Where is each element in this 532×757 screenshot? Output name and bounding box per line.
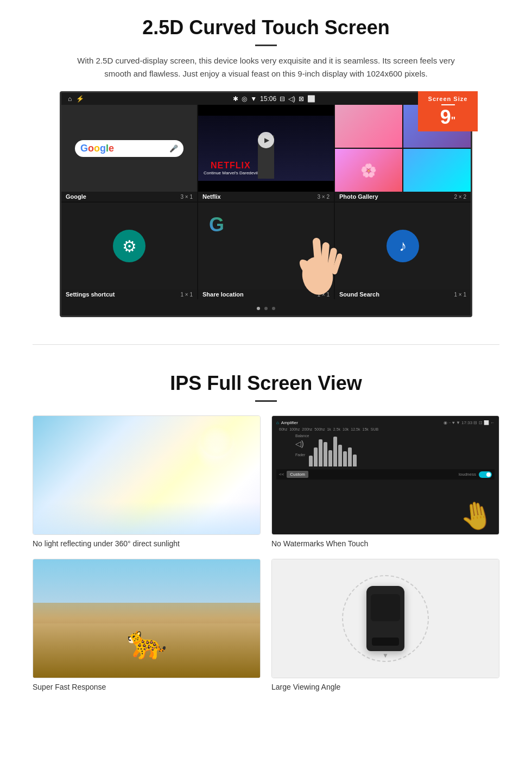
sun-bright — [200, 424, 233, 457]
google-label-row: Google 3 × 1 — [61, 192, 197, 201]
amplifier-image: ⌂ Amplifier ◉ ·· ♥ ▼ 17:33 ⊟ ⊡ ⬜ ← 60hz1… — [272, 416, 499, 534]
bar-6 — [333, 437, 337, 466]
screen-size-badge: Screen Size 9" — [418, 91, 478, 131]
netflix-subtitle: Continue Marvel's Daredevil — [204, 171, 258, 175]
settings-gear-icon: ⚙ — [122, 237, 137, 256]
car-rear — [372, 638, 399, 646]
cheetah-image: 🐆 — [33, 559, 260, 678]
settings-cell-inner: ⚙ — [61, 203, 197, 289]
feature-img-amplifier: ⌂ Amplifier ◉ ·· ♥ ▼ 17:33 ⊟ ⊡ ⬜ ← 60hz1… — [271, 415, 499, 535]
amp-bars — [309, 434, 357, 466]
custom-btn: Custom — [287, 471, 308, 478]
badge-divider — [441, 104, 455, 105]
settings-label-name: Settings shortcut — [66, 291, 115, 298]
section-curved-screen: 2.5D Curved Touch Screen With 2.5D curve… — [0, 0, 532, 328]
bar-4 — [324, 442, 327, 466]
bar-3 — [319, 439, 322, 466]
app-cell-share[interactable]: G — [198, 203, 334, 299]
amplifier-caption: No Watermarks When Touch — [271, 539, 499, 548]
app-cell-sound[interactable]: ♪ Sound Search 1 × 1 — [335, 203, 471, 299]
bar-2 — [314, 447, 318, 466]
sunlight-image — [33, 416, 260, 534]
feature-item-amplifier: ⌂ Amplifier ◉ ·· ♥ ▼ 17:33 ⊟ ⊡ ⬜ ← 60hz1… — [271, 415, 499, 548]
amp-header: ⌂ Amplifier ◉ ·· ♥ ▼ 17:33 ⊟ ⊡ ⬜ ← — [276, 420, 495, 425]
usb-icon: ⚡ — [76, 95, 84, 103]
google-search-bar[interactable]: Google 🎤 — [75, 140, 183, 157]
home-icon: ⌂ — [68, 95, 72, 103]
status-bar: ⌂ ⚡ ✱ ◎ ▼ 15:06 ⊟ ◁) ⊠ ⬜ — [61, 93, 471, 105]
music-note-icon: ♪ — [399, 237, 407, 255]
section2-divider — [255, 400, 277, 402]
share-label-name: Share location — [202, 291, 244, 298]
section1-title: 2.5D Curved Touch Screen — [33, 16, 499, 39]
section-divider — [33, 344, 499, 345]
car-arrow: ▼ — [382, 652, 389, 659]
share-label-size: 1 × 1 — [317, 292, 330, 298]
flower-icon: 🌸 — [360, 163, 377, 178]
app-cell-settings[interactable]: ⚙ Settings shortcut 1 × 1 — [61, 203, 197, 299]
svg-point-5 — [296, 257, 320, 282]
feature-img-sunlight — [33, 415, 261, 535]
status-bar-center: ✱ ◎ ▼ 15:06 ⊟ ◁) ⊠ ⬜ — [233, 95, 315, 103]
section2-title: IPS Full Screen View — [33, 372, 499, 395]
feature-img-car: ▼ — [271, 559, 499, 678]
loudness-toggle[interactable] — [479, 471, 492, 478]
google-logo: Google — [80, 143, 114, 154]
netflix-play-button[interactable] — [258, 132, 274, 148]
sunlight-caption: No light reflecting under 360° direct su… — [33, 539, 261, 548]
pagination-bar — [61, 299, 471, 316]
bar-8 — [343, 451, 347, 466]
app-grid: Google 🎤 Google 3 × 1 — [61, 105, 471, 299]
car-body: ▼ — [366, 586, 404, 651]
cheetah-emoji: 🐆 — [126, 623, 167, 661]
feature-item-sunlight: No light reflecting under 360° direct su… — [33, 415, 261, 548]
amp-freq-labels: 60hz100hz200hz500hz1k2.5k10k12.5k15kSUB — [276, 427, 495, 431]
svg-rect-2 — [320, 242, 330, 273]
gallery-thumb-4 — [403, 149, 471, 192]
camera-icon: ⊟ — [280, 95, 285, 103]
sound-icon-circle: ♪ — [387, 230, 419, 262]
gallery-thumb-1 — [335, 105, 402, 148]
google-maps-g-logo: G — [209, 213, 224, 236]
app-cell-google[interactable]: Google 🎤 Google 3 × 1 — [61, 105, 197, 201]
time-display: 15:06 — [260, 95, 276, 103]
dot-2 — [264, 307, 268, 310]
section-ips-screen: IPS Full Screen View No light reflecting… — [0, 361, 532, 708]
dot-1 — [257, 307, 260, 310]
volume-icon: ◁) — [288, 95, 295, 103]
hand-pointer-icon — [288, 222, 342, 298]
status-bar-left: ⌂ ⚡ — [68, 95, 84, 103]
battery-icon: ⊠ — [299, 95, 304, 103]
car-image: ▼ — [272, 559, 499, 678]
sound-label-row: Sound Search 1 × 1 — [335, 289, 471, 299]
app-cell-netflix[interactable]: NETFLIX Continue Marvel's Daredevil Netf… — [198, 105, 334, 201]
bar-1 — [309, 456, 313, 466]
bar-9 — [348, 447, 352, 466]
netflix-label-row: Netflix 3 × 2 — [198, 192, 334, 201]
gallery-label-name: Photo Gallery — [339, 193, 378, 200]
sound-cell-inner: ♪ — [335, 203, 471, 289]
sky-gradient — [33, 502, 260, 534]
amp-left-labels: Balance ◁) Fader — [295, 434, 309, 457]
bluetooth-icon: ✱ — [233, 95, 238, 103]
netflix-thumb: NETFLIX Continue Marvel's Daredevil — [198, 116, 334, 181]
dot-3 — [272, 307, 275, 310]
feature-item-car: ▼ Large Viewing Angle — [271, 559, 499, 691]
badge-label: Screen Size — [423, 96, 472, 102]
features-grid: No light reflecting under 360° direct su… — [33, 415, 499, 691]
bar-7 — [338, 445, 342, 466]
amp-bars-container: Balance ◁) Fader — [276, 431, 495, 469]
section1-description: With 2.5D curved-display screen, this de… — [76, 54, 456, 80]
feature-img-cheetah: 🐆 — [33, 559, 261, 678]
car-container: ▼ — [272, 559, 499, 678]
settings-icon-circle: ⚙ — [113, 230, 145, 262]
cheetah-caption: Super Fast Response — [33, 683, 261, 691]
netflix-label-name: Netflix — [202, 193, 221, 200]
netflix-logo-overlay: NETFLIX Continue Marvel's Daredevil — [204, 161, 258, 175]
netflix-cell-inner: NETFLIX Continue Marvel's Daredevil — [198, 105, 334, 192]
google-mic-icon: 🎤 — [169, 144, 178, 153]
netflix-logo-text: NETFLIX — [204, 161, 258, 171]
car-caption: Large Viewing Angle — [271, 683, 499, 691]
gallery-label-size: 2 × 2 — [454, 194, 466, 200]
gallery-thumb-3: 🌸 — [335, 149, 402, 192]
